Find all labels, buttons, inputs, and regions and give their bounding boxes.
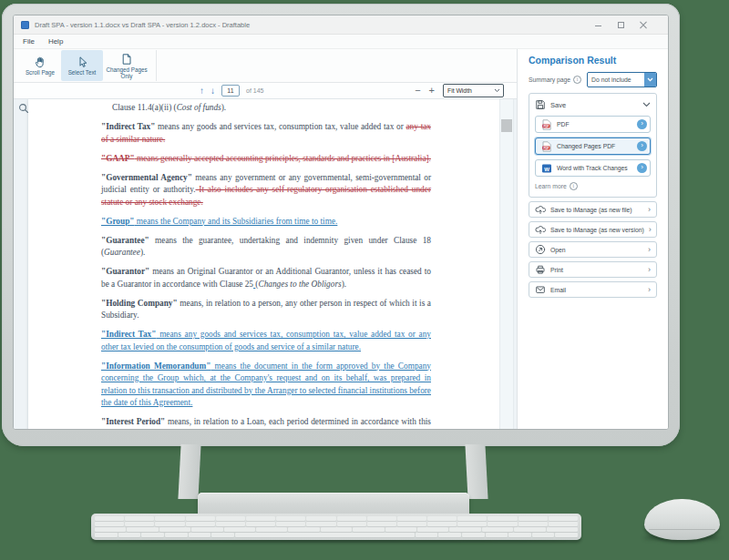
keyboard-key — [486, 533, 508, 537]
keyboard-key — [276, 516, 305, 521]
keyboard-keys — [95, 516, 578, 537]
keyboard-key — [508, 533, 531, 537]
chevron-right-icon: › — [648, 206, 651, 214]
info-icon: i — [570, 182, 578, 190]
save-card: Save PDF PDF — [529, 93, 657, 198]
save-label: Save — [550, 101, 638, 109]
learn-more-link[interactable]: Learn more i — [535, 182, 651, 190]
info-icon[interactable]: i — [573, 76, 581, 84]
keyboard-key — [549, 516, 578, 521]
title-bar: Draft SPA - version 1.1.docx vs Draft SP… — [14, 15, 668, 35]
save-imanage-new-file-button[interactable]: Save to iManage (as new file) › — [529, 201, 657, 218]
chevron-down-icon — [494, 88, 500, 93]
page-number-input[interactable] — [221, 85, 240, 97]
keyboard-key — [224, 527, 255, 532]
action-label: Open — [550, 247, 643, 253]
paragraph: "Guarantee" means the guarantee, underta… — [101, 235, 431, 260]
email-button[interactable]: Email › — [529, 281, 657, 298]
keyboard-key — [246, 516, 275, 521]
summary-page-value: Do not include — [588, 76, 644, 83]
document-scrollbar[interactable] — [499, 99, 514, 429]
word-file-icon: W — [541, 163, 552, 174]
keyboard-key — [416, 533, 438, 537]
keyboard-key — [211, 533, 234, 537]
keyboard-key — [95, 533, 118, 537]
keyboard-key — [125, 516, 154, 521]
page-navigation-bar: ↑ ↓ of 145 − + Fit Width — [14, 83, 517, 99]
keyboard-key — [449, 527, 480, 532]
zoom-out-button[interactable]: − — [415, 86, 420, 96]
close-icon[interactable] — [640, 21, 648, 29]
paragraph: "Governmental Agency" means any governme… — [101, 172, 431, 209]
paragraph: "Holding Company" means, in relation to … — [101, 298, 431, 322]
keyboard-key — [127, 527, 158, 532]
keyboard-key — [95, 527, 126, 532]
paragraph: "Guarantor" means an Original Guarantor … — [101, 266, 431, 290]
scrollbar-thumb[interactable] — [501, 119, 512, 132]
save-pdf-button[interactable]: PDF PDF › — [535, 116, 651, 133]
action-label: Save to iManage (as new file) — [550, 207, 643, 213]
paragraph: "Indirect Tax" means any goods and servi… — [101, 121, 431, 146]
previous-page-arrow-icon[interactable]: ↑ — [200, 87, 204, 96]
monitor-stand-leg — [178, 444, 200, 499]
next-page-arrow-icon[interactable]: ↓ — [210, 87, 215, 96]
zoom-level-value: Fit Width — [447, 87, 494, 94]
keyboard-key — [337, 516, 366, 521]
hand-icon — [34, 56, 46, 68]
tool-label: Changed Pages Only — [103, 66, 150, 79]
save-section-toggle[interactable]: Save — [535, 98, 651, 111]
cloud-upload-icon — [535, 224, 546, 235]
paragraph: "Information Memorandum" means the docum… — [101, 361, 431, 410]
save-imanage-new-version-button[interactable]: Save to iManage (as new version) › — [529, 221, 657, 238]
app-icon — [21, 21, 29, 29]
maximize-icon[interactable] — [617, 21, 625, 29]
chevron-right-circle-icon[interactable]: › — [637, 163, 647, 173]
menu-file[interactable]: File — [23, 37, 35, 46]
keyboard-key — [189, 533, 211, 537]
tool-label: Scroll Page — [26, 69, 55, 76]
document-page[interactable]: Clause 11.4(a)(ii) (Cost of funds)."Indi… — [28, 99, 499, 429]
keyboard-key — [397, 516, 426, 521]
minimize-icon[interactable] — [594, 21, 602, 29]
chevron-right-circle-icon[interactable]: › — [637, 119, 647, 129]
learn-more-label: Learn more — [535, 183, 567, 189]
toolbar: Scroll Page Select Text — [14, 49, 517, 83]
print-button[interactable]: Print › — [529, 261, 657, 278]
chevron-right-circle-icon[interactable]: › — [637, 141, 647, 151]
save-changed-pages-pdf-button[interactable]: PDF Changed Pages PDF › — [535, 137, 651, 155]
paragraph: "Group" means the Company and its Subsid… — [101, 216, 431, 229]
keyboard-key — [427, 516, 457, 521]
select-text-button[interactable]: Select Text — [61, 50, 103, 81]
document-viewer: Clause 11.4(a)(ii) (Cost of funds)."Indi… — [14, 99, 517, 429]
keyboard-key — [397, 522, 426, 526]
scroll-page-button[interactable]: Scroll Page — [19, 50, 61, 81]
keyboard-key — [367, 522, 396, 526]
changed-pages-only-button[interactable]: Changed Pages Only — [103, 50, 150, 81]
menu-help[interactable]: Help — [48, 37, 63, 46]
action-label: Email — [550, 287, 643, 293]
keyboard-key — [488, 522, 517, 526]
zoom-level-dropdown[interactable]: Fit Width — [443, 84, 504, 97]
keyboard-key — [555, 533, 578, 537]
keyboard-key — [306, 516, 335, 521]
cursor-icon — [76, 56, 88, 68]
chevron-right-icon: › — [648, 266, 651, 274]
keyboard-key — [246, 522, 275, 526]
keyboard-key — [256, 527, 287, 532]
mouse — [644, 499, 720, 540]
svg-text:W: W — [544, 166, 549, 171]
changed-pages-icon — [120, 53, 133, 66]
keyboard-key — [186, 516, 215, 521]
keyboard-key — [514, 527, 545, 532]
zoom-in-button[interactable]: + — [429, 86, 435, 96]
pdf-file-icon: PDF — [541, 141, 552, 152]
open-button[interactable]: Open › — [529, 241, 657, 258]
keyboard-key — [321, 527, 352, 532]
dropdown-caret-icon[interactable] — [644, 73, 656, 87]
summary-page-dropdown[interactable]: Do not include — [587, 72, 657, 87]
keyboard-key — [438, 533, 461, 537]
keyboard-key — [155, 522, 184, 526]
chevron-down-icon — [642, 102, 651, 107]
save-word-track-changes-button[interactable]: W Word with Track Changes › — [535, 159, 651, 177]
keyboard-key — [337, 522, 366, 526]
